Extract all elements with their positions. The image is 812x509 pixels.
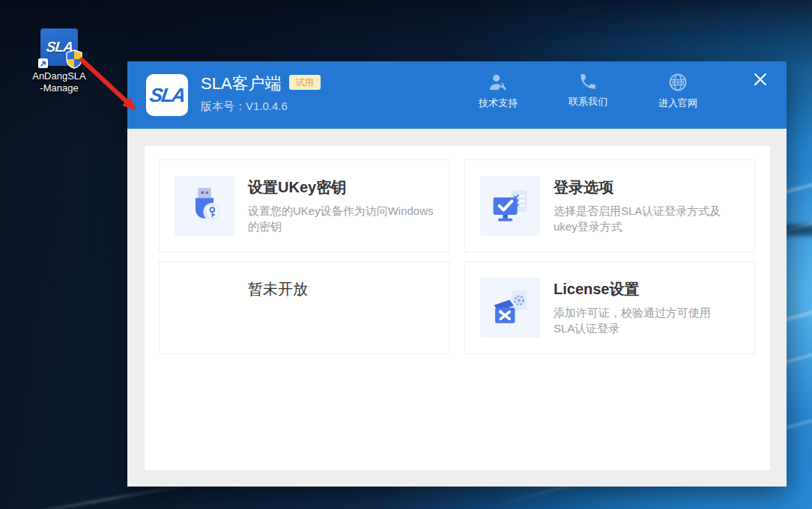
header-actions: 技术支持 联系我们 www 进入官网 <box>464 72 712 110</box>
card-description: 设置您的UKey设备作为访问Windows 的密钥 <box>248 203 447 234</box>
support-button[interactable]: 技术支持 <box>464 72 532 110</box>
support-label: 技术支持 <box>479 97 518 110</box>
desktop-shortcut-andangsla[interactable]: SLA AnDangSLA -Manage <box>25 28 94 94</box>
card-grid: 设置UKey密钥 设置您的UKey设备作为访问Windows 的密钥 <box>145 146 770 354</box>
window-header: SLA SLA客户端 试用 版本号：V1.0.4.6 技术支持 <box>127 61 787 129</box>
card-set-ukey[interactable]: 设置UKey密钥 设置您的UKey设备作为访问Windows 的密钥 <box>159 159 449 252</box>
globe-icon: www <box>667 72 688 93</box>
sla-client-window: SLA SLA客户端 试用 版本号：V1.0.4.6 技术支持 <box>127 61 787 487</box>
card-title: 登录选项 <box>554 178 753 196</box>
uac-shield-icon <box>65 49 83 69</box>
contact-label: 联系我们 <box>569 95 608 109</box>
card-description: 选择是否启用SLA认证登录方式及 ukey登录方式 <box>554 203 753 234</box>
card-login-options[interactable]: 登录选项 选择是否启用SLA认证登录方式及 ukey登录方式 <box>464 159 755 252</box>
website-button[interactable]: www 进入官网 <box>644 72 712 110</box>
close-button[interactable] <box>752 71 769 88</box>
window-logo: SLA <box>146 74 188 116</box>
card-license-settings[interactable]: License设置 添加许可证，校验通过方可使用 SLA认证登录 <box>464 261 755 354</box>
website-label: 进入官网 <box>658 97 697 110</box>
phone-icon <box>578 72 598 91</box>
svg-text:www: www <box>671 79 685 85</box>
card-title: License设置 <box>554 280 753 298</box>
empty-icon-placeholder <box>175 278 234 338</box>
shortcut-arrow-icon <box>38 58 48 68</box>
contact-button[interactable]: 联系我们 <box>554 72 622 110</box>
version-label: 版本号：V1.0.4.6 <box>201 100 321 114</box>
card-title: 暂未开放 <box>248 280 447 298</box>
ukey-icon <box>175 176 234 236</box>
support-icon <box>488 72 509 93</box>
title-block: SLA客户端 试用 版本号：V1.0.4.6 <box>201 73 321 114</box>
content-panel: 设置UKey密钥 设置您的UKey设备作为访问Windows 的密钥 <box>145 146 770 470</box>
close-icon <box>753 72 768 87</box>
card-description: 添加许可证，校验通过方可使用 SLA认证登录 <box>554 305 753 336</box>
card-not-open: 暂未开放 <box>159 261 449 354</box>
window-title: SLA客户端 <box>201 73 282 95</box>
wallpaper-beam <box>0 485 180 509</box>
trial-badge: 试用 <box>289 75 321 90</box>
window-logo-text: SLA <box>148 84 186 107</box>
license-icon <box>480 278 540 338</box>
desktop-icon-label: AnDangSLA -Manage <box>25 70 94 94</box>
card-title: 设置UKey密钥 <box>248 178 447 196</box>
login-options-icon <box>480 176 540 236</box>
window-body: 设置UKey密钥 设置您的UKey设备作为访问Windows 的密钥 <box>127 129 787 487</box>
